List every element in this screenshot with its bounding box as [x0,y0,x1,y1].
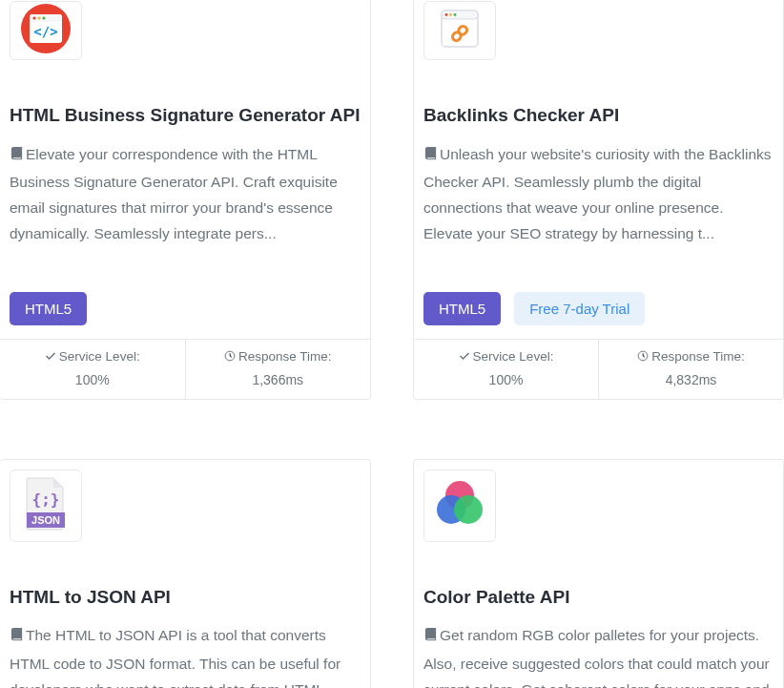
stat-response-time: Response Time: 1,366ms [185,340,371,399]
tag-html5[interactable]: HTML5 [423,292,501,325]
json-file-icon: {;} JSON [23,476,69,535]
link-window-icon [436,5,484,56]
book-icon [423,624,438,650]
api-title: Backlinks Checker API [423,104,774,128]
api-description: Unleash your website's curiosity with th… [423,141,774,275]
card-grid: </> HTML Business Signature Generator AP… [0,0,784,688]
tag-html5[interactable]: HTML5 [10,292,87,325]
svg-text:</>: </> [33,24,57,39]
clock-icon [224,350,236,365]
svg-point-21 [454,495,483,524]
book-icon [423,143,438,169]
color-venn-icon [432,476,487,535]
code-window-icon: </> [20,3,72,58]
api-card[interactable]: Color Palette API Get random RGB color p… [413,459,784,688]
api-description: Elevate your correspondence with the HTM… [10,141,361,275]
stat-service-level: Service Level: 100% [414,340,598,399]
check-icon [45,350,56,365]
check-icon [459,350,470,365]
svg-point-10 [445,13,448,16]
api-title: HTML Business Signature Generator API [10,104,361,128]
book-icon [10,143,24,169]
api-card[interactable]: {;} JSON HTML to JSON API The HTML to JS… [0,459,371,688]
stat-response-time: Response Time: 4,832ms [598,340,783,399]
svg-text:JSON: JSON [31,514,60,526]
stat-service-level: Service Level: 100% [0,340,185,399]
svg-point-11 [449,13,452,16]
svg-point-5 [42,16,45,19]
api-icon-box [423,469,496,542]
svg-point-3 [32,16,35,19]
api-icon-box: {;} JSON [10,469,82,542]
api-card[interactable]: Backlinks Checker API Unleash your websi… [413,0,784,400]
tag-row: HTML5 Free 7-day Trial [423,292,774,325]
api-icon-box [423,1,496,60]
stats-row: Service Level: 100% Response Time: 4,832… [414,339,783,399]
api-description: The HTML to JSON API is a tool that conv… [10,622,361,688]
book-icon [10,624,24,650]
api-title: HTML to JSON API [10,586,361,610]
clock-icon [637,350,649,365]
svg-point-4 [37,16,40,19]
tag-free-trial[interactable]: Free 7-day Trial [514,292,645,325]
svg-text:{;}: {;} [32,490,60,509]
api-card[interactable]: </> HTML Business Signature Generator AP… [0,0,371,400]
api-description: Get random RGB color palletes for your p… [423,622,774,688]
svg-point-12 [454,13,457,16]
stats-row: Service Level: 100% Response Time: 1,366… [0,339,370,399]
api-title: Color Palette API [423,586,774,610]
tag-row: HTML5 [10,292,361,325]
api-icon-box: </> [10,1,82,60]
